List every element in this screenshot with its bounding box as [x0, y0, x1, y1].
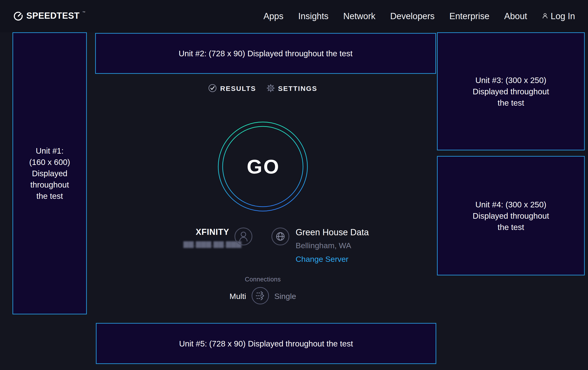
- user-icon: [542, 12, 548, 20]
- server-location: Bellingham, WA: [296, 240, 351, 250]
- main-nav: Apps Insights Network Developers Enterpr…: [263, 11, 575, 21]
- connections-multi-option[interactable]: Multi: [230, 292, 246, 301]
- connections-single-option[interactable]: Single: [274, 292, 296, 301]
- header: SPEEDTEST ™ Apps Insights Network Develo…: [0, 0, 588, 32]
- person-circle-icon[interactable]: [234, 227, 253, 247]
- nav-item-about[interactable]: About: [504, 11, 527, 21]
- logo-text: SPEEDTEST: [26, 10, 79, 21]
- ad-unit-4[interactable]: Unit #4: (300 x 250) Displayed throughou…: [437, 156, 585, 275]
- logo[interactable]: SPEEDTEST ™: [13, 10, 85, 22]
- isp-name[interactable]: XFINITY: [196, 227, 229, 237]
- nav-item-apps[interactable]: Apps: [263, 11, 284, 21]
- ad-unit-1-line: the test: [36, 190, 63, 202]
- connections-toggle-icon[interactable]: [251, 287, 269, 306]
- ad-unit-3-line: Unit #3: (300 x 250): [475, 74, 546, 86]
- check-circle-icon: [208, 84, 217, 93]
- tab-settings-label: SETTINGS: [278, 85, 317, 92]
- server-name: Green House Data: [296, 227, 369, 237]
- ad-unit-4-line: Unit #4: (300 x 250): [475, 199, 546, 210]
- connections-label: Connections: [95, 276, 430, 283]
- ad-unit-3[interactable]: Unit #3: (300 x 250) Displayed throughou…: [437, 32, 585, 150]
- login-link[interactable]: Log In: [542, 11, 575, 21]
- ad-unit-1-line: Unit #1:: [36, 145, 64, 156]
- nav-item-insights[interactable]: Insights: [298, 11, 328, 21]
- tab-results[interactable]: RESULTS: [208, 84, 256, 93]
- ad-unit-4-line: the test: [498, 221, 524, 233]
- go-label: GO: [218, 121, 308, 211]
- ad-unit-1-line: throughout: [30, 179, 69, 190]
- go-button[interactable]: GO: [218, 121, 308, 211]
- logo-trademark: ™: [82, 11, 85, 14]
- ad-unit-3-line: Displayed throughout: [473, 86, 549, 97]
- nav-item-network[interactable]: Network: [343, 11, 375, 21]
- ad-unit-1-line: (160 x 600): [29, 156, 70, 168]
- ad-unit-4-line: Displayed throughout: [473, 210, 549, 221]
- ad-unit-1[interactable]: Unit #1: (160 x 600) Displayed throughou…: [12, 32, 87, 314]
- ad-unit-5-text: Unit #5: (728 x 90) Displayed throughout…: [179, 338, 353, 349]
- isp-ip-redacted: ▇▇.▇▇▇.▇▇.▇▇▇: [183, 240, 242, 248]
- globe-circle-icon[interactable]: [271, 227, 290, 247]
- gear-icon: [267, 84, 275, 93]
- connections-toggle-row: Multi Single: [95, 287, 430, 305]
- ad-unit-2[interactable]: Unit #2: (728 x 90) Displayed throughout…: [95, 33, 436, 74]
- speedometer-logo-icon: [13, 10, 23, 22]
- ad-unit-3-line: the test: [498, 97, 524, 109]
- isp-block: XFINITY ▇▇.▇▇▇.▇▇.▇▇▇: [189, 227, 236, 248]
- nav-item-developers[interactable]: Developers: [390, 11, 435, 21]
- ad-unit-1-line: Displayed: [32, 168, 67, 179]
- tab-settings[interactable]: SETTINGS: [267, 84, 317, 93]
- ad-unit-5[interactable]: Unit #5: (728 x 90) Displayed throughout…: [96, 323, 436, 364]
- tab-results-label: RESULTS: [220, 85, 256, 92]
- ad-unit-2-text: Unit #2: (728 x 90) Displayed throughout…: [179, 48, 353, 59]
- nav-item-enterprise[interactable]: Enterprise: [450, 11, 489, 21]
- tabs-row: RESULTS SETTINGS: [95, 81, 430, 96]
- provider-row: XFINITY ▇▇.▇▇▇.▇▇.▇▇▇ Green House Data B…: [95, 226, 430, 274]
- server-block: Green House Data Bellingham, WA Change S…: [296, 227, 369, 264]
- change-server-link[interactable]: Change Server: [296, 254, 348, 264]
- login-label: Log In: [551, 11, 575, 21]
